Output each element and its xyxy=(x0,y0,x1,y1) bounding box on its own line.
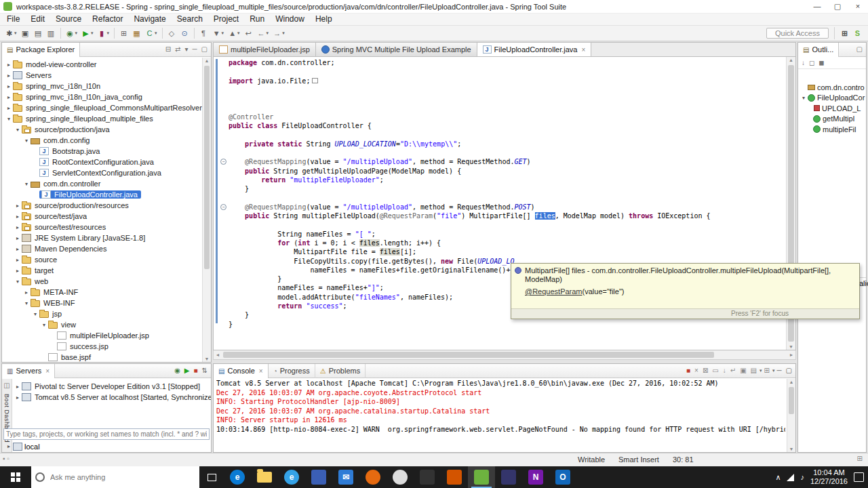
outlook-taskbar-button[interactable]: O xyxy=(549,466,576,488)
spring-tool-suite-taskbar-button[interactable] xyxy=(468,466,495,488)
minimize-button[interactable]: — xyxy=(807,0,827,14)
tree-item[interactable]: ▾web xyxy=(2,276,202,287)
new-java-project-button[interactable]: ⊞ xyxy=(118,27,130,39)
working-set-filter-input[interactable] xyxy=(3,428,210,440)
chevron-icon[interactable]: ▾ xyxy=(40,322,48,328)
firefox-taskbar-button[interactable] xyxy=(359,466,387,488)
close-view-icon[interactable]: × xyxy=(259,367,263,375)
tab-problems[interactable]: ⚠Problems xyxy=(315,364,366,378)
chevron-icon[interactable]: ▾ xyxy=(14,127,22,133)
tree-item[interactable]: ▸source/production/resources xyxy=(2,200,202,211)
chevron-icon[interactable]: ▸ xyxy=(5,62,13,68)
chevron-icon[interactable]: ▾ xyxy=(5,116,13,122)
package-explorer-scrollbar[interactable]: ▲ ▼ xyxy=(202,58,211,362)
next-annotation-button[interactable]: ▼▾ xyxy=(211,27,226,39)
start-server-button[interactable]: ▶ xyxy=(182,365,192,376)
menu-edit[interactable]: Edit xyxy=(25,14,50,25)
package-explorer-tree[interactable]: ▸model-view-controller▸Servers▸spring_mv… xyxy=(2,58,202,362)
chevron-icon[interactable]: ▸ xyxy=(14,268,22,274)
vlc-taskbar-button[interactable] xyxy=(441,466,468,488)
tree-item[interactable]: ▸Servers xyxy=(2,70,202,81)
tree-item[interactable]: JRootContextConfiguration.java xyxy=(2,157,202,167)
new-wizard-button[interactable]: ✱▾ xyxy=(3,27,18,39)
maximize-button[interactable]: ▢ xyxy=(827,0,848,14)
search-button[interactable]: ⊙ xyxy=(179,27,191,39)
coverage-button[interactable]: ▮▾ xyxy=(96,27,111,39)
internet-explorer-taskbar-button[interactable]: e xyxy=(278,466,305,488)
minimize-view-button[interactable]: ─ xyxy=(774,365,783,376)
file-explorer-taskbar-button[interactable] xyxy=(251,466,278,488)
tree-item[interactable]: ▸JRE System Library [JavaSE-1.8] xyxy=(2,232,202,243)
fold-marker-icon[interactable]: − xyxy=(220,159,226,165)
display-selected-console-button[interactable]: ▤ xyxy=(749,365,759,376)
chevron-icon[interactable]: ▸ xyxy=(5,83,13,89)
open-perspective-button[interactable]: ⊞ xyxy=(839,27,850,39)
tree-item[interactable]: ▾spring_single_fileupload_multiple_files xyxy=(2,113,202,124)
scroll-lock-button[interactable]: ↓ xyxy=(721,365,728,376)
volume-icon[interactable]: ♪ xyxy=(800,473,804,481)
chevron-icon[interactable]: ▸ xyxy=(22,289,31,296)
hide-static-members-button[interactable]: ◼ xyxy=(816,58,826,68)
maximize-view-button[interactable]: ▢ xyxy=(854,44,865,55)
taskbar-search[interactable] xyxy=(31,466,199,488)
tab-package-explorer[interactable]: ▤ Package Explorer xyxy=(2,43,80,57)
server-item[interactable]: ▸Tomcat v8.5 Server at localhost [Starte… xyxy=(14,392,211,403)
remove-launch-button[interactable]: × xyxy=(692,365,701,376)
tree-item[interactable]: JBootstrap.java xyxy=(2,146,202,157)
new-package-button[interactable]: ▦ xyxy=(131,27,142,39)
scroll-down-icon[interactable]: ▼ xyxy=(787,344,795,349)
spring-perspective-button[interactable]: S xyxy=(852,27,863,39)
search-input[interactable] xyxy=(49,472,195,482)
tab-servers[interactable]: ▥ Servers × xyxy=(2,364,55,378)
menu-navigate[interactable]: Navigate xyxy=(128,14,171,25)
statusbar-right-icon[interactable]: ⊞ xyxy=(857,455,863,462)
menu-help[interactable]: Help xyxy=(310,14,338,25)
chevron-icon[interactable]: ▸ xyxy=(14,224,22,230)
tree-item[interactable]: ▸source xyxy=(2,254,202,265)
console-scrollbar[interactable]: ▲ ▼ xyxy=(787,379,795,452)
new-class-button[interactable]: C▾ xyxy=(144,27,159,39)
minimize-view-button[interactable]: ─ xyxy=(190,44,199,55)
scroll-up-icon[interactable]: ▲ xyxy=(203,58,211,63)
chrome-taskbar-button[interactable] xyxy=(387,466,414,488)
forward-button[interactable]: →▾ xyxy=(271,27,286,39)
server-item[interactable]: ▸Pivotal tc Server Developer Edition v3.… xyxy=(14,381,211,392)
menu-project[interactable]: Project xyxy=(208,14,244,25)
collapse-all-button[interactable]: ⊟ xyxy=(163,44,173,55)
run-button[interactable]: ▶▾ xyxy=(80,27,95,39)
mark-occurrences-button[interactable]: ¶ xyxy=(198,27,210,39)
clear-console-button[interactable]: ▭ xyxy=(710,365,720,376)
tab-console[interactable]: ▤Console× xyxy=(214,364,269,378)
hide-fields-button[interactable]: ◻ xyxy=(807,58,816,68)
chevron-icon[interactable]: ▸ xyxy=(5,105,13,111)
stop-server-button[interactable]: ■ xyxy=(192,365,200,376)
close-button[interactable]: × xyxy=(848,0,868,14)
save-button[interactable]: ▣ xyxy=(20,27,31,39)
eclipse-taskbar-button[interactable] xyxy=(495,466,522,488)
scroll-right-icon[interactable]: ▸ xyxy=(787,350,795,359)
remove-all-launches-button[interactable]: ⊠ xyxy=(701,365,710,376)
open-console-button[interactable]: ⊞ xyxy=(762,365,772,376)
chevron-icon[interactable]: ▸ xyxy=(14,214,22,220)
fold-marker-icon[interactable]: − xyxy=(220,204,226,210)
chevron-icon[interactable]: ▾ xyxy=(22,138,31,144)
outline-item[interactable]: multipleFil xyxy=(798,124,866,135)
quick-access-button[interactable]: Quick Access xyxy=(766,28,829,39)
chevron-icon[interactable]: ▸ xyxy=(14,246,22,252)
menu-window[interactable]: Window xyxy=(270,14,310,25)
mail-taskbar-button[interactable]: ✉ xyxy=(332,466,359,488)
debug-button[interactable]: ◉▾ xyxy=(64,27,79,39)
action-center-icon[interactable] xyxy=(854,472,864,482)
media-player-taskbar-button[interactable] xyxy=(414,466,441,488)
link-with-editor-button[interactable]: ⇄ xyxy=(173,44,182,55)
outline-item[interactable]: UPLOAD_L xyxy=(798,103,866,114)
chevron-icon[interactable]: ▸ xyxy=(14,257,22,263)
local-item[interactable]: ▸ local xyxy=(5,441,40,451)
tree-item[interactable]: ▾com.dn.config xyxy=(2,135,202,146)
tree-item[interactable]: ▸model-view-controller xyxy=(2,59,202,70)
scroll-down-icon[interactable]: ▼ xyxy=(203,357,211,361)
chevron-icon[interactable]: ▸ xyxy=(14,235,22,241)
tree-item[interactable]: base.jspf xyxy=(2,352,202,362)
tree-item[interactable]: ▸source/test/resources xyxy=(2,222,202,232)
menu-run[interactable]: Run xyxy=(244,14,270,25)
